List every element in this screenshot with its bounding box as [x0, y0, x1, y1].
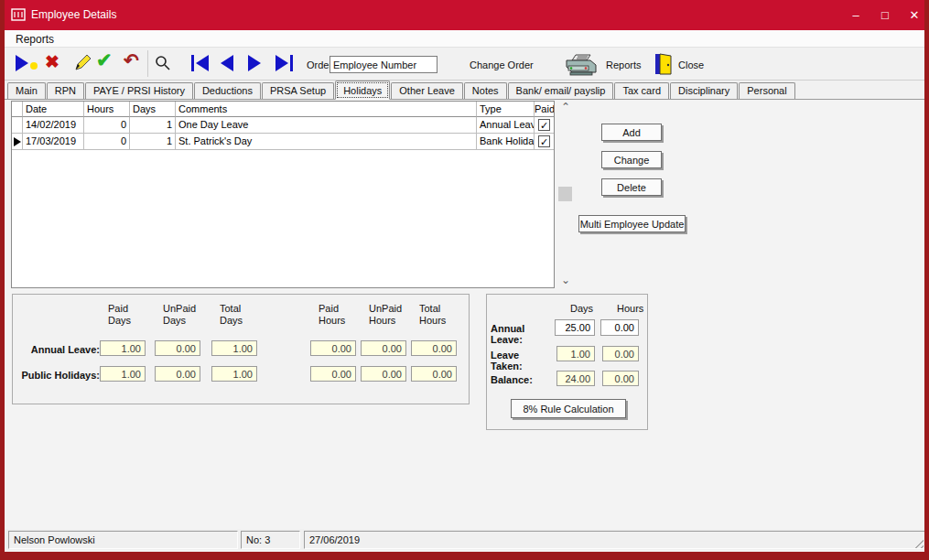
public-holidays-unpaid-hours-field: 0.00: [361, 366, 406, 382]
tab-holidays[interactable]: Holidays: [335, 81, 390, 100]
status-bar: Nelson Powlowski No: 3 27/06/2019: [5, 529, 924, 550]
holidays-grid[interactable]: Date Hours Days Comments Type Paid 14/02…: [11, 101, 555, 288]
table-row[interactable]: 14/02/2019 0 1 One Day Leave Annual Leav…: [12, 117, 554, 134]
delete-record-icon[interactable]: ✖: [45, 53, 59, 71]
paid-checkbox[interactable]: ✓: [538, 119, 550, 131]
menu-reports[interactable]: Reports: [12, 32, 58, 47]
next-record-icon[interactable]: [248, 55, 261, 71]
cancel-record-icon[interactable]: ↶: [124, 51, 139, 70]
summary-header-paid-days: PaidDays: [108, 303, 131, 327]
cell-days: 1: [130, 134, 176, 150]
scrollbar-thumb[interactable]: [558, 187, 572, 201]
cell-comments: One Day Leave: [176, 117, 477, 134]
status-employee-name: Nelson Powlowski: [8, 531, 238, 549]
annual-leave-row-label: Annual Leave:: [15, 344, 100, 355]
public-holidays-total-hours-field: 0.00: [411, 366, 457, 382]
tab-prsa-setup[interactable]: PRSA Setup: [262, 82, 334, 99]
cell-date: 14/02/2019: [23, 117, 84, 134]
cell-days: 1: [130, 117, 176, 134]
row-selector: [12, 117, 23, 134]
delete-button[interactable]: Delete: [601, 178, 662, 196]
search-icon[interactable]: [154, 54, 172, 72]
eight-percent-rule-button[interactable]: 8% Rule Calculation: [511, 399, 626, 418]
annual-leave-days-input[interactable]: 25.00: [555, 319, 595, 336]
minimize-button[interactable]: –: [841, 0, 870, 30]
tab-deductions[interactable]: Deductions: [194, 82, 261, 99]
last-record-icon[interactable]: [275, 55, 293, 71]
menu-bar: Reports: [5, 30, 924, 48]
annual-leave-hours-input[interactable]: 0.00: [600, 319, 639, 336]
grid-header-row: Date Hours Days Comments Type Paid: [12, 102, 554, 117]
leave-taken-days-field: 1.00: [556, 346, 595, 361]
annual-leave-unpaid-days-field: 0.00: [155, 340, 200, 356]
cell-type: Annual Leave: [477, 117, 535, 134]
edit-record-icon[interactable]: [72, 53, 92, 73]
annual-leave-unpaid-hours-field: 0.00: [361, 340, 406, 356]
reports-button-label[interactable]: Reports: [606, 59, 642, 70]
previous-record-icon[interactable]: [221, 55, 233, 71]
tab-personal[interactable]: Personal: [739, 82, 794, 99]
public-holidays-row-label: Public Holidays:: [15, 370, 100, 381]
tab-tax-card[interactable]: Tax card: [614, 82, 669, 99]
annual-leave-entitlement-label: Annual Leave:: [491, 323, 553, 345]
maximize-button[interactable]: □: [870, 0, 900, 30]
tab-main[interactable]: Main: [7, 82, 46, 99]
change-button[interactable]: Change: [601, 151, 662, 168]
status-date: 27/06/2019: [304, 531, 925, 549]
tab-notes[interactable]: Notes: [464, 82, 507, 99]
grid-header-type: Type: [477, 102, 535, 117]
public-holidays-paid-hours-field: 0.00: [310, 366, 356, 382]
summary-header-unpaid-hours: UnPaidHours: [369, 303, 402, 327]
change-order-button[interactable]: Change Order: [470, 59, 534, 70]
summary-header-paid-hours: PaidHours: [319, 303, 345, 327]
summary-header-unpaid-days: UnPaidDays: [163, 303, 196, 327]
first-record-icon[interactable]: [191, 55, 209, 71]
tab-rpn[interactable]: RPN: [47, 82, 84, 99]
leave-summary-panel: PaidDays UnPaidDays TotalDays PaidHours …: [12, 294, 470, 404]
tab-strip: Main RPN PAYE / PRSI History Deductions …: [5, 81, 924, 100]
post-record-icon[interactable]: ✔: [96, 51, 113, 70]
annual-leave-total-days-field: 1.00: [211, 340, 257, 356]
window-title: Employee Details: [31, 8, 116, 21]
multi-employee-update-button[interactable]: Multi Employee Update: [578, 215, 686, 232]
public-holidays-paid-days-field: 1.00: [100, 366, 146, 382]
toolbar-separator: [147, 50, 148, 77]
grid-vertical-scrollbar[interactable]: ⌃ ⌄: [557, 102, 574, 286]
public-holidays-total-days-field: 1.00: [211, 366, 257, 382]
annual-leave-paid-hours-field: 0.00: [310, 340, 356, 356]
reports-printer-icon[interactable]: [563, 52, 600, 77]
status-employee-number: No: 3: [241, 531, 300, 549]
cell-comments: St. Patrick's Day: [176, 134, 477, 150]
cell-paid: ✓: [535, 134, 554, 150]
grid-header-paid: Paid: [535, 102, 554, 117]
add-button[interactable]: Add: [601, 124, 662, 141]
leave-taken-hours-field: 0.00: [602, 346, 639, 361]
grid-header-selector: [12, 102, 23, 117]
tab-paye-prsi-history[interactable]: PAYE / PRSI History: [85, 82, 193, 99]
grid-header-days: Days: [130, 102, 176, 117]
summary-header-total-days: TotalDays: [220, 303, 243, 327]
tab-bank-email-payslip[interactable]: Bank/ email/ payslip: [508, 82, 614, 99]
order-input[interactable]: [329, 56, 437, 73]
insert-record-icon[interactable]: [16, 55, 38, 71]
scroll-up-icon[interactable]: ⌃: [560, 102, 571, 113]
grid-header-date: Date: [23, 102, 84, 117]
scroll-down-icon[interactable]: ⌄: [560, 275, 571, 286]
employee-details-window: Employee Details – □ ✕ Reports ✖ ✔ ↶: [0, 0, 929, 560]
cell-type: Bank Holiday: [477, 134, 535, 150]
close-button-label[interactable]: Close: [678, 59, 704, 70]
tab-other-leave[interactable]: Other Leave: [391, 82, 463, 99]
entitlement-hours-header: Hours: [617, 303, 643, 315]
current-row-indicator-icon: [14, 137, 21, 146]
annual-leave-paid-days-field: 1.00: [100, 340, 146, 356]
app-icon: [11, 7, 26, 22]
row-selector: [12, 134, 23, 150]
cell-hours: 0: [84, 117, 130, 134]
entitlement-days-header: Days: [570, 303, 593, 315]
balance-label: Balance:: [491, 374, 553, 385]
close-door-icon[interactable]: [653, 52, 675, 76]
paid-checkbox[interactable]: ✓: [538, 135, 550, 147]
close-window-button[interactable]: ✕: [900, 0, 929, 30]
tab-disciplinary[interactable]: Disciplinary: [670, 82, 738, 99]
table-row-current[interactable]: 17/03/2019 0 1 St. Patrick's Day Bank Ho…: [12, 134, 554, 150]
